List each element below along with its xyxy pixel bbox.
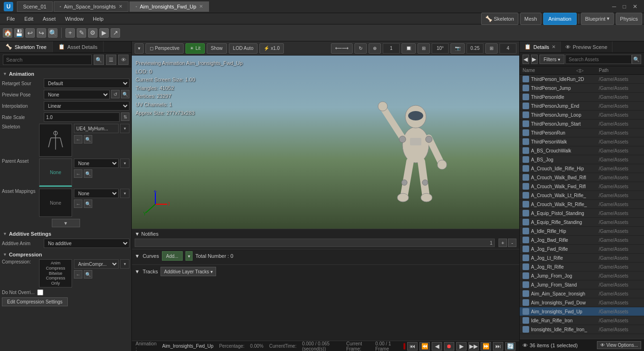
asset-list-item[interactable]: A_Idle_Rifle_Hip /Game/Assets [520, 227, 644, 236]
asset-list-item[interactable]: ThirdPerson_IdleRun_2D /Game/Assets [520, 75, 644, 84]
expand-more-btn[interactable]: ▼ [52, 219, 80, 227]
record-btn[interactable]: ⏺ [444, 342, 454, 351]
notifies-minus-btn[interactable]: - [508, 239, 516, 247]
toolbar-icon-5[interactable]: 🔍 [48, 28, 57, 38]
blueprint-mode-btn[interactable]: Blueprint ▾ [581, 13, 614, 25]
animation-mode-btn[interactable]: Animation [543, 13, 577, 25]
viewport-menu-btn[interactable]: ▾ [135, 43, 144, 54]
asset-list-item[interactable]: ThirdPersonJump_Loop /Game/Assets [520, 111, 644, 120]
filter-view-button[interactable]: 👁 [118, 55, 129, 65]
asset-list-item[interactable]: A_Crouch_Walk_Bwd_Rifl /Game/Assets [520, 173, 644, 182]
tab-asset-details[interactable]: 📋 Asset Details [53, 41, 104, 52]
lod-btn[interactable]: LOD Auto [229, 43, 258, 54]
asset-list-item[interactable]: A_Equip_Rifle_Standing /Game/Assets [520, 218, 644, 227]
asset-mapping-search-btn[interactable]: 🔍 [84, 199, 92, 208]
list-view-button[interactable]: ☰ [106, 55, 116, 65]
asset-list-item[interactable]: Aim_Ironsights_Fwd_Dow /Game/Assets [520, 298, 644, 307]
search-button[interactable]: 🔍 [94, 55, 104, 65]
compression-select[interactable]: AnimCompr... [74, 259, 119, 269]
parent-asset-nav-btn[interactable]: ← [74, 169, 82, 178]
asset-list-item[interactable]: ThirdPersonJump_Start /Game/Assets [520, 120, 644, 128]
skeleton-name-btn[interactable]: UE4_MyHum... [74, 124, 119, 133]
toolbar-icon-7[interactable]: ✎ [77, 28, 86, 38]
search-input[interactable] [3, 55, 92, 65]
asset-list-item[interactable]: A_BS_CrouchWalk /Game/Assets [520, 146, 644, 155]
asset-list-item[interactable]: Ironsights_Idle_Rifle_Iron_ /Game/Assets [520, 325, 644, 334]
asset-list-item[interactable]: Aim_Ironsights_Fwd_Up /Game/Assets [520, 307, 644, 316]
preview-pose-reset-btn[interactable]: ↺ [111, 90, 120, 98]
title-tab-scene[interactable]: Scene_01 [17, 1, 53, 12]
asset-list-item[interactable]: ThirdPersonJump_End /Game/Assets [520, 102, 644, 111]
preview-pose-select[interactable]: None [44, 90, 110, 99]
perspective-btn[interactable]: ◻ Perspective [145, 43, 184, 54]
grid-btn[interactable]: ⊞ [485, 43, 498, 54]
parent-asset-search-btn[interactable]: 🔍 [84, 169, 92, 178]
asset-mapping-nav-btn[interactable]: ← [74, 199, 82, 208]
nav-fwd-btn[interactable]: ▶ [531, 55, 538, 64]
menu-edit[interactable]: Edit [20, 15, 38, 23]
asset-list-item[interactable]: A_Jump_From_Stand /Game/Assets [520, 280, 644, 289]
filters-btn[interactable]: Filters ▾ [539, 55, 564, 64]
menu-help[interactable]: Help [88, 15, 108, 23]
asset-list-item[interactable]: A_BS_Jog /Game/Assets [520, 155, 644, 164]
minimize-button[interactable]: ─ [609, 3, 619, 10]
next-frame-btn[interactable]: ▶▶ [468, 342, 479, 351]
details-tab-close[interactable]: ✕ [552, 44, 555, 49]
compression-section-header[interactable]: ▼ Compression [2, 250, 129, 259]
compression-search-btn[interactable]: 🔍 [84, 270, 92, 279]
asset-list-item[interactable]: Aim_Aim_Space_Ironsigh /Game/Assets [520, 289, 644, 298]
animation-section-header[interactable]: ▼ Animation [2, 69, 129, 79]
rotate-btn[interactable]: ↻ [354, 43, 367, 54]
parent-asset-dropdown[interactable]: ▾ [120, 159, 129, 168]
toolbar-icon-10[interactable]: ↗ [111, 28, 120, 38]
tab-preview-scene[interactable]: 👁 Preview Scene [561, 41, 612, 52]
prev-frame-btn[interactable]: ◀ [432, 342, 442, 351]
additive-settings-header[interactable]: ▼ Additive Settings [2, 229, 129, 239]
view-options-btn[interactable]: 👁 View Options... [597, 341, 641, 349]
toolbar-icon-6[interactable]: + [65, 28, 75, 38]
maximize-button[interactable]: □ [620, 3, 629, 10]
skeleton-search-btn[interactable]: 🔍 [84, 135, 92, 144]
step-fwd-btn[interactable]: ⏩ [481, 342, 491, 351]
asset-mapping-select[interactable]: None [74, 189, 119, 198]
compression-dropdown[interactable]: ▾ [120, 259, 129, 269]
asset-list-item[interactable]: A_Jog_Fwd_Rifle /Game/Assets [520, 245, 644, 254]
asset-list-item[interactable]: A_Jog_Bwd_Rifle /Game/Assets [520, 236, 644, 245]
toolbar-icon-4[interactable]: ↪ [37, 28, 46, 38]
nav-back-btn[interactable]: ◀ [523, 55, 529, 64]
title-tab-aim-fwd[interactable]: ▪ Aim_Ironsights_Fwd_Up ✕ [129, 1, 209, 12]
menu-window[interactable]: Window [60, 15, 88, 23]
rate-scale-input[interactable] [44, 112, 120, 122]
toolbar-icon-1[interactable]: 🏠 [3, 28, 12, 38]
rate-scale-spin-btn[interactable]: ⇅ [121, 112, 129, 121]
coord-btn[interactable]: 🔲 [402, 43, 416, 54]
close-button[interactable]: ✕ [630, 3, 640, 10]
speed-btn[interactable]: ⚡ x1.0 [259, 43, 284, 54]
tab-details[interactable]: 📋 Details ✕ [520, 41, 561, 52]
asset-list-item[interactable]: ThirdPersonIdle /Game/Assets [520, 93, 644, 102]
asset-list-item[interactable]: A_Jog_Rt_Rifle /Game/Assets [520, 263, 644, 271]
skeleton-nav-btn[interactable]: ← [74, 135, 82, 144]
asset-list-item[interactable]: A_Jog_Lt_Rifle /Game/Assets [520, 254, 644, 263]
asset-list-item[interactable]: Idle_Run_Rifle_Iron /Game/Assets [520, 316, 644, 325]
toolbar-icon-3[interactable]: ↩ [25, 28, 35, 38]
mesh-mode-btn[interactable]: Mesh [520, 13, 541, 25]
snap-btn[interactable]: ⊞ [418, 43, 430, 54]
compression-nav-btn[interactable]: ← [74, 270, 82, 279]
asset-list-item[interactable]: A_Crouch_Walk_Lt_Rifle_ /Game/Assets [520, 191, 644, 200]
toolbar-icon-8[interactable]: ⚙ [88, 28, 97, 38]
right-search-input[interactable] [565, 55, 632, 64]
asset-list-item[interactable]: ThirdPersonRun /Game/Assets [520, 128, 644, 137]
step-back-btn[interactable]: ⏪ [419, 342, 430, 351]
right-search-btn[interactable]: 🔍 [632, 55, 641, 64]
lit-btn[interactable]: ☀ Lit [185, 43, 205, 54]
move-btn[interactable]: ⟵⟶ [331, 43, 353, 54]
play-start-btn[interactable]: ⏮ [407, 342, 418, 351]
notifies-plus-btn[interactable]: + [499, 239, 507, 247]
asset-list-item[interactable]: A_Crouch_Walk_Fwd_Rifl /Game/Assets [520, 182, 644, 191]
curves-add-btn[interactable]: Add... [162, 251, 183, 261]
scale-btn[interactable]: ⊕ [369, 43, 381, 54]
asset-list-item[interactable]: ThirdPersonWalk /Game/Assets [520, 137, 644, 146]
physics-mode-btn[interactable]: Physics [616, 13, 642, 25]
curves-add-dropdown[interactable]: ▾ [185, 251, 193, 261]
